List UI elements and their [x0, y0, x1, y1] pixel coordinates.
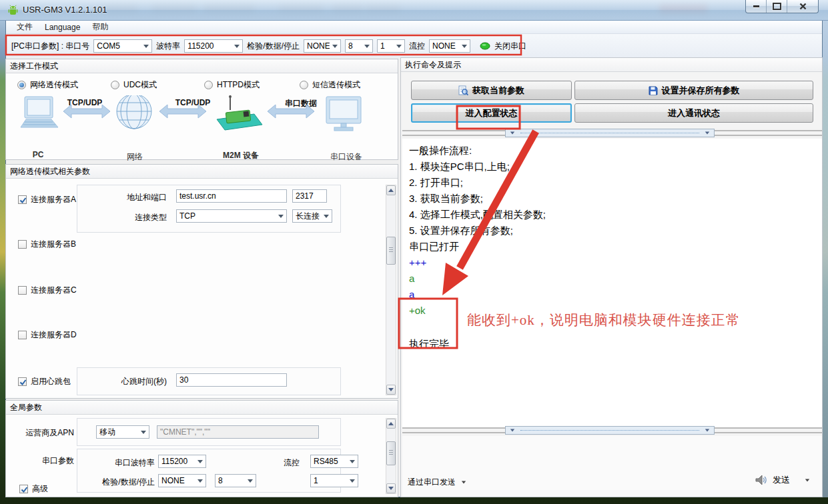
radio-icon — [204, 81, 213, 89]
send-options-chevron-icon[interactable] — [805, 479, 809, 481]
parity-data-stop-label: 检验/数据/停止 — [247, 41, 300, 52]
splitter-handle[interactable] — [505, 129, 715, 137]
server-b-checkbox-row[interactable]: 连接服务器B — [18, 239, 76, 250]
chevron-down-icon — [278, 215, 284, 218]
heartbeat-panel: 心跳时间(秒) — [77, 367, 341, 395]
triangle-down-icon — [705, 132, 709, 135]
scroll-up-button[interactable] — [386, 419, 396, 429]
module-stopbits-select[interactable]: 1 — [310, 474, 358, 487]
server-c-checkbox-row[interactable]: 连接服务器C — [18, 285, 77, 296]
serial-toolbar: [PC串口参数] : 串口号 COM5 波特率 115200 检验/数据/停止 … — [6, 34, 822, 57]
advanced-checkbox-row[interactable]: 高级 — [19, 483, 48, 495]
server-a-address-input[interactable] — [176, 189, 287, 203]
server-d-checkbox-row[interactable]: 连接服务器D — [18, 329, 77, 341]
chevron-down-icon — [197, 479, 203, 483]
net-params-scrollbar[interactable] — [386, 185, 396, 395]
log-output[interactable]: 一般操作流程: 1. 模块连PC串口,上电; 2. 打开串口; 3. 获取当前参… — [402, 139, 822, 427]
close-icon — [799, 3, 807, 10]
log-line: 1. 模块连PC串口,上电; — [409, 159, 815, 175]
get-params-button[interactable]: 获取当前参数 — [411, 81, 572, 100]
scroll-down-button[interactable] — [386, 385, 396, 395]
minimize-button[interactable] — [746, 0, 767, 13]
set-save-params-button[interactable]: 设置并保存所有参数 — [574, 81, 813, 100]
heartbeat-time-input[interactable] — [176, 373, 287, 387]
module-parity-label: 检验/数据/停止 — [95, 477, 155, 488]
com-port-select[interactable]: COM5 — [93, 39, 152, 53]
server-a-type-select[interactable]: TCP — [176, 209, 287, 223]
chevron-down-icon — [364, 45, 370, 48]
module-databits-select[interactable]: 8 — [215, 474, 256, 487]
enter-comm-state-button[interactable]: 进入通讯状态 — [574, 103, 813, 123]
send-button[interactable]: 发送 — [773, 474, 790, 486]
splitter-dots — [520, 430, 699, 431]
maximize-button[interactable] — [767, 0, 787, 13]
databits-select[interactable]: 8 — [345, 39, 373, 53]
log-splitter[interactable] — [402, 130, 822, 136]
carrier-select[interactable]: 移动 — [96, 425, 149, 439]
module-baud-select[interactable]: 115200 — [158, 455, 206, 468]
triangle-down-icon — [705, 429, 709, 432]
server-a-keepalive-select[interactable]: 长连接 — [292, 209, 332, 223]
radio-icon — [17, 81, 26, 89]
chevron-down-icon — [141, 431, 146, 434]
checkbox-icon — [19, 485, 28, 493]
log-line-sent: +++ — [409, 255, 815, 271]
stopbits-select[interactable]: 1 — [377, 39, 405, 53]
apn-label: 运营商及APN — [13, 427, 74, 439]
scrollbar-thumb[interactable] — [386, 237, 396, 265]
close-button[interactable] — [787, 0, 818, 13]
triangle-up-icon — [388, 189, 394, 192]
monitor-icon — [326, 97, 361, 131]
radio-net-transparent-mode[interactable]: 网络透传模式 — [17, 79, 78, 91]
work-mode-diagram — [19, 95, 388, 143]
menu-language[interactable]: Language — [39, 23, 85, 32]
chevron-down-icon — [350, 460, 355, 463]
scrollbar-thumb[interactable] — [386, 441, 396, 465]
checkbox-icon — [18, 377, 27, 386]
chevron-down-icon — [332, 45, 338, 48]
triangle-up-icon — [388, 422, 394, 425]
global-params-title: 全局参数 — [6, 401, 398, 415]
parity-select[interactable]: NONE — [304, 39, 341, 53]
chevron-down-icon — [197, 460, 203, 463]
radio-udc-mode[interactable]: UDC模式 — [111, 79, 157, 91]
module-flow-label: 流控 — [260, 457, 300, 469]
log-line-done: 执行完毕 — [409, 336, 815, 352]
send-via-serial-menu[interactable]: 通过串口发送 — [408, 477, 466, 488]
log-line: 3. 获取当前参数; — [409, 191, 815, 207]
module-flow-select[interactable]: RS485 — [310, 455, 358, 468]
menu-file[interactable]: 文件 — [11, 21, 38, 33]
scroll-down-button[interactable] — [386, 483, 396, 493]
server-a-checkbox-row[interactable]: 连接服务器A — [18, 194, 76, 205]
speaker-icon — [755, 475, 767, 485]
close-serial-button[interactable]: 关闭串口 — [494, 41, 526, 52]
triangle-down-icon — [510, 132, 514, 135]
chevron-down-icon — [462, 45, 467, 48]
window-right-border — [823, 20, 828, 497]
chevron-down-icon — [248, 479, 253, 483]
m2m-device-icon — [217, 95, 262, 130]
title-bar: USR-GM3 V1.2.1.101 — [0, 0, 828, 21]
menu-help[interactable]: 帮助 — [87, 21, 113, 33]
global-params-scrollbar[interactable] — [386, 418, 396, 494]
globe-icon — [117, 95, 151, 129]
flow-select[interactable]: NONE — [429, 39, 470, 53]
radio-sms-mode[interactable]: 短信透传模式 — [300, 79, 360, 91]
minimize-icon — [753, 5, 759, 7]
scroll-up-button[interactable] — [386, 185, 396, 195]
flow-label: 流控 — [409, 41, 425, 52]
enter-config-state-button[interactable]: 进入配置状态 — [411, 103, 572, 123]
window-title: USR-GM3 V1.2.1.101 — [23, 5, 107, 15]
baud-label: 波特率 — [156, 41, 180, 52]
splitter-handle[interactable] — [505, 426, 715, 435]
maximize-icon — [773, 3, 781, 10]
server-a-port-input[interactable] — [292, 189, 327, 203]
serial-open-status-icon — [480, 42, 490, 50]
module-parity-select[interactable]: NONE — [158, 474, 206, 487]
send-splitter[interactable] — [402, 427, 822, 433]
net-params-group: 网络透传模式相关参数 连接服务器A 地址和端口 连接类型 TCP 长连接 连接服… — [5, 164, 398, 399]
app-icon — [7, 5, 19, 16]
heartbeat-checkbox-row[interactable]: 启用心跳包 — [18, 376, 71, 387]
radio-httpd-mode[interactable]: HTTPD模式 — [204, 79, 260, 91]
baud-select[interactable]: 115200 — [184, 39, 243, 53]
